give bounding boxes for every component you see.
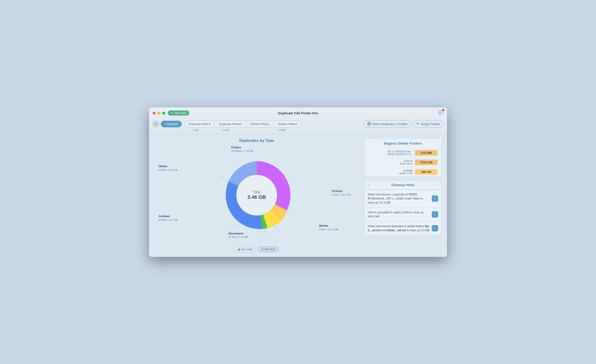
svg-point-1 [440,113,440,113]
pie-chart-button[interactable]: ◔ Pie chart [258,247,279,252]
biggest-similar-folders-title: Biggest Similar Folders [365,139,441,148]
tab-counts-row: 2 GB 1.4 GB 4.3 MB [182,128,443,134]
titlebar: ✦ Help Desk Duplicate File Finder Pro ‹ [149,107,447,134]
tab-overview[interactable]: Overview [161,121,182,127]
bar-chart-icon: ▦ [238,248,240,251]
label-archives: Archives33 files / 1.27 GB [158,214,178,222]
bar-chart-button[interactable]: ▦ Bar chart [234,247,256,252]
hints-header: ‹ Cleanup Hints › [365,181,441,189]
tab-similar-photos[interactable]: Similar Photos [246,121,274,127]
tab-similar-folders[interactable]: Similar Folders [274,121,302,127]
tab-count-photos [241,129,268,131]
tab-count-files: 2 GB [182,129,209,131]
hint-text-3: Select and remove duplicates in similar … [368,224,430,232]
hint-row-1: Select and remove 1 duplicate of "西部世界.W… [365,189,441,207]
tab-duplicate-files[interactable]: Duplicate Files ▾ [184,121,215,127]
cleanup-hints-card: ‹ Cleanup Hints › Select and remove 1 du… [364,180,441,235]
help-desk-button[interactable]: ✦ Help Desk [168,110,189,116]
app-window: ✦ Help Desk Duplicate File Finder Pro ‹ [149,107,447,257]
help-icon: ✦ [171,111,173,115]
label-documents: Documents67 files / 27.5 MB [229,232,248,239]
folder-row-2: Zoom InZoom Out 2 719.4 KB [365,158,441,167]
right-panel: Biggest Similar Folders Sip 1.2 [HCISO] … [364,138,441,252]
back-button[interactable]: ‹ [153,121,159,127]
folder-size-3: 590 KB [415,169,438,175]
label-movies: Movies3 files / 721.6 MB [319,224,338,231]
select-duplicates-icon [367,122,371,126]
titlebar-top: ✦ Help Desk Duplicate File Finder Pro [153,110,443,116]
select-duplicates-label: Select Duplicates in Folder [372,122,408,126]
hint-text-2: Click to autoselect 5 copies of files to… [368,210,430,218]
folder-size-2: 719.4 KB [415,160,438,165]
toolbar: ‹ Overview Duplicate Files ▾ Duplicate F… [153,118,443,128]
chart-area: Total 3.46 GB Folders28 folders / 1.44 G… [155,147,359,243]
hint-action-3[interactable]: › [432,225,438,232]
folder-name-3: packageswiper-5.3.8 [368,169,413,175]
rss-badge [442,109,444,111]
minimize-button[interactable] [157,112,160,115]
hint-action-2[interactable]: › [432,211,438,218]
rss-icon[interactable] [438,111,443,116]
folder-row-1: Sip 1.2 [HCISO] mac...Adobe Zii 2020 5.2… [365,148,441,158]
chart-section: Duplicates by Type [155,138,359,252]
hint-text-1: Select and remove 1 duplicate of "西部世界.W… [368,192,430,205]
window-title: Duplicate File Finder Pro [278,111,318,115]
merge-folders-button[interactable]: Merge Folders [412,120,443,128]
folder-size-1: 3.01 MB [415,150,438,156]
chart-controls: ▦ Bar chart ◔ Pie chart [155,247,359,252]
folder-name-2: Zoom InZoom Out 2 [368,160,413,165]
chart-labels: Folders28 folders / 1.44 GB Others44 fil… [155,147,359,243]
label-folders: Folders28 folders / 1.44 GB [231,146,253,153]
hint-row-3: Select and remove duplicates in similar … [365,221,441,235]
hint-row-2: Click to autoselect 5 copies of files to… [365,207,441,221]
select-duplicates-button[interactable]: Select Duplicates in Folder [364,120,411,128]
label-pictures: Pictures4 files / 719.4 KB [332,189,351,197]
pie-chart-icon: ◔ [261,248,263,251]
biggest-similar-folders-card: Biggest Similar Folders Sip 1.2 [HCISO] … [364,138,441,177]
hints-prev-button[interactable]: ‹ [368,183,369,187]
folder-name-1: Sip 1.2 [HCISO] mac...Adobe Zii 2020 5.2… [368,150,413,155]
merge-folders-label: Merge Folders [421,122,440,126]
svg-point-4 [369,123,369,124]
traffic-lights [153,112,165,115]
maximize-button[interactable] [162,112,165,115]
merge-icon [416,122,419,126]
close-button[interactable] [153,112,156,115]
pie-chart-label: Pie chart [265,248,275,251]
tab-count-folders: 1.4 GB [209,129,241,131]
svg-point-0 [439,110,443,115]
chart-title: Duplicates by Type [155,138,359,143]
cleanup-hints-title: Cleanup Hints [392,183,415,187]
folder-row-3: packageswiper-5.3.8 590 KB [365,167,441,176]
hints-next-button[interactable]: › [437,183,438,187]
tab-group: Duplicate Files ▾ Duplicate Folders Simi… [184,121,302,127]
help-desk-label: Help Desk [174,111,186,115]
main-content: Duplicates by Type [149,134,447,257]
tab-count-similar: 4.3 MB [268,129,295,131]
bar-chart-label: Bar chart [241,248,253,251]
label-others: Others44 files / 14.4 KB [158,165,177,172]
hint-action-1[interactable]: › [432,195,438,202]
rss-icon-container [438,110,443,116]
tab-duplicate-folders[interactable]: Duplicate Folders [215,121,246,127]
